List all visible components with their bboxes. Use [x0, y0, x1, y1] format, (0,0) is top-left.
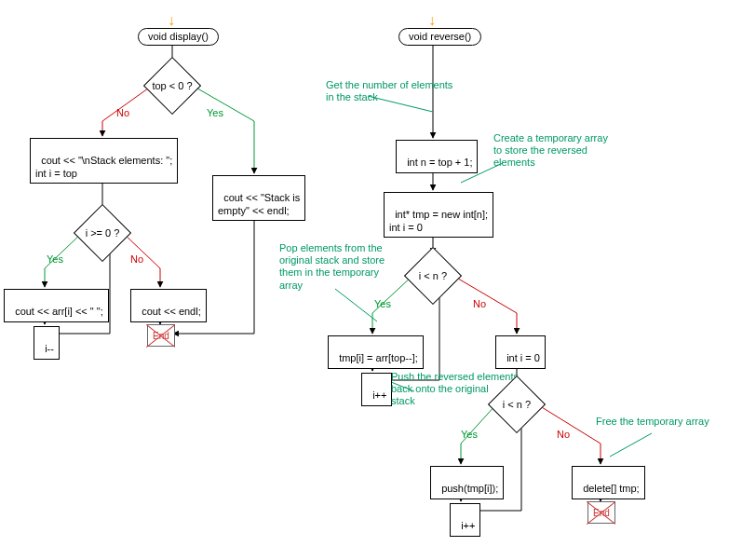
- annotation-free: Free the temporary array: [596, 416, 709, 428]
- edge-no-2: No: [130, 253, 143, 265]
- box-display-empty: cout << "Stack is empty" << endl;: [212, 175, 305, 221]
- box-display-header-text: cout << "\nStack elements: "; int i = to…: [35, 155, 172, 179]
- svg-line-15: [610, 433, 652, 457]
- func-display: void display(): [138, 28, 219, 46]
- box-reverse-inc1-text: i++: [372, 389, 386, 401]
- annotation-get: Get the number of elements in the stack: [326, 79, 452, 103]
- box-reverse-inc1: i++: [361, 373, 392, 406]
- box-reverse-inc2-text: i++: [461, 520, 475, 531]
- box-reverse-n: int n = top + 1;: [396, 140, 478, 173]
- decision-reverse-2: i < n ?: [496, 384, 537, 425]
- box-display-print-text: cout << arr[i] << " ";: [15, 306, 103, 317]
- func-reverse-label: void reverse(): [409, 31, 471, 42]
- box-reverse-pop: tmp[i] = arr[top--];: [328, 335, 424, 369]
- terminator-reverse-end-label: End: [593, 508, 610, 518]
- terminator-display-end-label: End: [153, 331, 169, 341]
- box-reverse-tmp: int* tmp = new int[n]; int i = 0: [384, 192, 493, 238]
- decision-display-top: top < 0 ?: [152, 65, 193, 106]
- terminator-display-end: End: [147, 324, 175, 347]
- box-display-empty-text: cout << "Stack is empty" << endl;: [218, 192, 300, 216]
- decision-reverse-2-label: i < n ?: [503, 399, 531, 410]
- box-display-dec: i--: [34, 326, 60, 360]
- svg-line-13: [335, 289, 377, 321]
- edge-yes-4: Yes: [461, 429, 478, 440]
- decision-display-top-label: top < 0 ?: [152, 80, 192, 91]
- box-display-print: cout << arr[i] << " ";: [4, 289, 109, 322]
- edge-no-1: No: [116, 107, 129, 118]
- box-reverse-n-text: int n = top + 1;: [407, 157, 472, 168]
- decision-display-i: i >= 0 ?: [82, 212, 123, 253]
- box-reverse-pop-text: tmp[i] = arr[top--];: [339, 352, 418, 363]
- edge-no-4: No: [557, 429, 570, 440]
- box-reverse-inc2: i++: [450, 503, 480, 537]
- box-reverse-tmp-text: int* tmp = new int[n]; int i = 0: [389, 209, 488, 233]
- box-display-header: cout << "\nStack elements: "; int i = to…: [30, 138, 178, 184]
- decision-reverse-1-label: i < n ?: [419, 270, 447, 281]
- annotation-pop: Pop elements from the original stack and…: [279, 242, 385, 292]
- func-reverse: void reverse(): [398, 28, 481, 46]
- edge-yes-1: Yes: [207, 107, 223, 118]
- edge-yes-2: Yes: [47, 253, 63, 265]
- box-display-endl-text: cout << endl;: [142, 306, 201, 317]
- box-reverse-push: push(tmp[i]);: [430, 466, 504, 499]
- box-reverse-push-text: push(tmp[i]);: [441, 483, 498, 494]
- terminator-reverse-end: End: [587, 501, 615, 524]
- edge-no-3: No: [473, 298, 486, 309]
- box-display-endl: cout << endl;: [130, 289, 207, 322]
- box-display-dec-text: i--: [45, 343, 54, 354]
- decision-display-i-label: i >= 0 ?: [86, 227, 120, 239]
- box-reverse-del: delete[] tmp;: [572, 466, 645, 499]
- annotation-tmp: Create a temporary array to store the re…: [493, 132, 608, 170]
- box-reverse-reset-text: int i = 0: [506, 352, 540, 363]
- box-reverse-reset: int i = 0: [495, 335, 546, 369]
- box-reverse-del-text: delete[] tmp;: [583, 483, 640, 494]
- decision-reverse-1: i < n ?: [412, 255, 453, 296]
- edge-yes-3: Yes: [374, 298, 391, 309]
- func-display-label: void display(): [148, 31, 209, 42]
